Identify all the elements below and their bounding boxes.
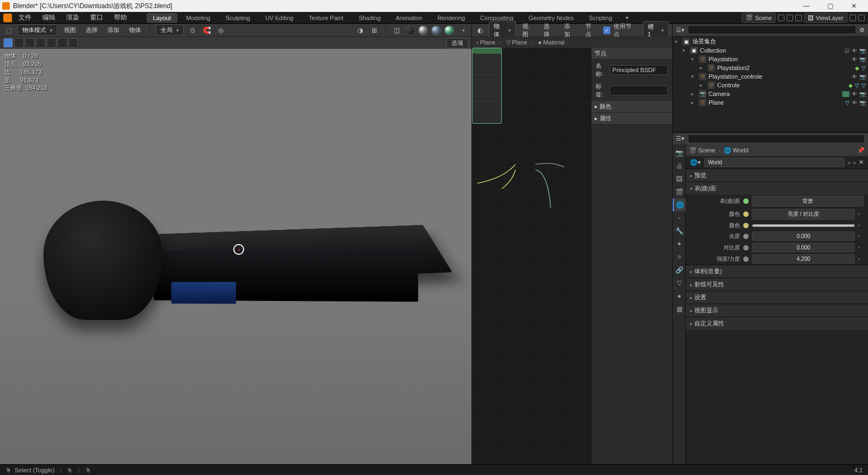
prop-tab-physics[interactable]: ⚛	[673, 251, 686, 264]
viewport-menu-view[interactable]: 视图	[61, 25, 79, 35]
viewport-options-dropdown[interactable]: 选项	[446, 38, 468, 48]
outliner-item-playstation2[interactable]: ▸▽ Playstation2 ◆▽	[673, 63, 868, 72]
scale-tool-icon[interactable]	[68, 38, 78, 48]
prop-bc-scene[interactable]: 🎬 Scene	[689, 147, 715, 154]
proportional-icon[interactable]: ◎	[215, 25, 226, 36]
world-copy-icon[interactable]: ▫	[853, 159, 856, 166]
editor-type-icon[interactable]: ⬚	[3, 25, 14, 36]
shading-material-icon[interactable]	[431, 25, 441, 35]
close-button[interactable]: ✕	[842, 0, 866, 12]
outliner-tree[interactable]: ▾▣ 场景集合 ▾▣ Collection ☑👁📷 ▾▽ Playstation…	[673, 36, 868, 132]
menu-edit[interactable]: 编辑	[38, 12, 60, 23]
outliner-search-input[interactable]	[688, 25, 856, 34]
scene-new-button[interactable]	[778, 15, 784, 21]
node-name-input[interactable]	[610, 65, 668, 75]
outliner-item-controle[interactable]: ▸▽ Controle ◆▽▽	[673, 81, 868, 89]
select-lasso-icon[interactable]	[36, 38, 46, 48]
prop-tab-render[interactable]: 📷	[673, 146, 686, 159]
brightness-input[interactable]: 0.000	[752, 232, 855, 241]
panel-preview[interactable]: 预览	[686, 169, 868, 182]
workspace-tab-layout[interactable]: Layout	[146, 13, 177, 23]
prop-tab-world[interactable]: 🌐	[673, 198, 686, 211]
workspace-tab-animation[interactable]: Animation	[390, 13, 429, 23]
node-props-panel[interactable]: ▸ 属性	[591, 113, 672, 125]
node-label-input[interactable]	[610, 86, 668, 95]
prop-pin-icon[interactable]: 📌	[857, 147, 865, 154]
prop-tab-texture[interactable]: ▦	[673, 303, 686, 316]
prop-tab-data[interactable]: ▽	[673, 277, 686, 290]
use-nodes-checkbox[interactable]: ✓	[603, 27, 610, 34]
workspace-tab-uvediting[interactable]: UV Editing	[259, 13, 300, 23]
world-selector[interactable]: World	[704, 158, 845, 167]
prop-tab-scene[interactable]: 🎬	[673, 185, 686, 198]
panel-custom-props[interactable]: 自定义属性	[686, 317, 868, 330]
strength-input[interactable]: 4.200	[752, 254, 855, 264]
prop-tab-constraints[interactable]: 🔗	[673, 264, 686, 277]
snap-icon[interactable]: 🧲	[201, 25, 212, 36]
viewport-3d[interactable]: 物体 0 / 28 顶点 93,205 边 185,173 面 91,673 三…	[0, 49, 471, 465]
menu-file[interactable]: 文件	[14, 12, 36, 23]
node-sidebar-tab[interactable]: 节点	[591, 48, 672, 60]
viewlayer-delete-button[interactable]	[858, 15, 865, 21]
prop-tab-viewlayer[interactable]: 🖼	[673, 172, 686, 185]
node-editor-type-icon[interactable]: ◐	[475, 25, 486, 36]
workspace-tab-sculpting[interactable]: Sculpting	[219, 13, 257, 23]
panel-ray-visibility[interactable]: 射线可见性	[686, 278, 868, 291]
orientation-selector[interactable]: 全局	[156, 24, 184, 36]
prop-tab-object[interactable]: ▫	[673, 211, 686, 224]
properties-search-input[interactable]	[688, 134, 865, 143]
prop-tab-modifiers[interactable]: 🔧	[673, 224, 686, 238]
outliner-mode-icon[interactable]: ☰▾	[676, 27, 685, 34]
scene-selector[interactable]: 🎬 Scene	[742, 12, 776, 23]
panel-volume[interactable]: 体积(音量)	[686, 265, 868, 278]
overlay-visibility-icon[interactable]: ⊞	[369, 25, 380, 36]
menu-window[interactable]: 窗口	[86, 12, 107, 23]
breadcrumb-object[interactable]: ▫ Plane	[476, 39, 495, 46]
xray-icon[interactable]: ◫	[391, 25, 402, 36]
viewlayer-new-button[interactable]	[850, 15, 856, 21]
shading-rendered-icon[interactable]	[444, 25, 454, 35]
cursor-tool-icon[interactable]	[3, 38, 13, 48]
shading-options-icon[interactable]	[457, 25, 468, 36]
select-circle-icon[interactable]	[25, 38, 35, 48]
scene-copy-button[interactable]	[787, 15, 793, 21]
shading-solid-icon[interactable]	[418, 25, 428, 35]
outliner-item-controller[interactable]: ▾▽ Playstation_controle 👁📷	[673, 72, 868, 81]
panel-surface[interactable]: 表(曲)面	[686, 182, 868, 195]
blender-icon[interactable]	[3, 14, 12, 22]
prop-tab-material[interactable]: ●	[673, 290, 686, 303]
outliner-item-playstation[interactable]: ▾▽ Playstation 👁📷	[673, 55, 868, 63]
workspace-tab-texturepaint[interactable]: Texture Paint	[302, 13, 350, 23]
prop-tab-output[interactable]: 🖨	[673, 159, 686, 172]
breadcrumb-mesh[interactable]: ▽ Plane	[506, 39, 527, 46]
rotate-tool-icon[interactable]	[58, 38, 67, 48]
world-datablock-icon[interactable]: 🌐▾	[690, 159, 701, 166]
shading-wireframe-icon[interactable]	[405, 25, 415, 35]
workspace-tab-modeling[interactable]: Modeling	[180, 13, 217, 23]
mode-selector[interactable]: 物体模式	[17, 24, 58, 36]
gizmo-visibility-icon[interactable]: ◑	[355, 25, 366, 36]
bc-color-swatch[interactable]	[752, 224, 855, 227]
props-display-icon[interactable]: ☰▾	[676, 135, 685, 142]
pivot-icon[interactable]: ⊙	[187, 25, 198, 36]
viewlayer-selector[interactable]: 🖼 ViewLayer	[804, 13, 847, 23]
breadcrumb-material[interactable]: ● Material	[538, 39, 565, 46]
principled-bsdf-node[interactable]	[472, 48, 502, 124]
viewport-menu-object[interactable]: 物体	[126, 25, 144, 35]
outliner-collection[interactable]: ▾▣ Collection ☑👁📷	[673, 46, 868, 55]
minimize-button[interactable]: —	[794, 0, 818, 12]
select-box-icon[interactable]	[14, 38, 24, 48]
prop-bc-world[interactable]: 🌐 World	[724, 147, 749, 154]
node-color-panel[interactable]: ▸ 颜色	[591, 101, 672, 113]
node-canvas[interactable]: 节点 名称: 标签: ▸ 颜色 ▸ 属性	[472, 48, 672, 465]
move-tool-icon[interactable]	[47, 38, 56, 48]
viewport-menu-select[interactable]: 选择	[82, 25, 101, 35]
menu-help[interactable]: 帮助	[110, 12, 131, 23]
world-color-node[interactable]: 亮度 / 对比度	[752, 209, 855, 220]
panel-viewport-display[interactable]: 视图显示	[686, 304, 868, 317]
prop-tab-particles[interactable]: ✦	[673, 238, 686, 251]
workspace-tab-shading[interactable]: Shading	[352, 13, 387, 23]
contrast-input[interactable]: 0.000	[752, 243, 855, 252]
viewport-menu-add[interactable]: 添加	[104, 25, 123, 35]
world-new-icon[interactable]: ▫	[848, 159, 850, 166]
